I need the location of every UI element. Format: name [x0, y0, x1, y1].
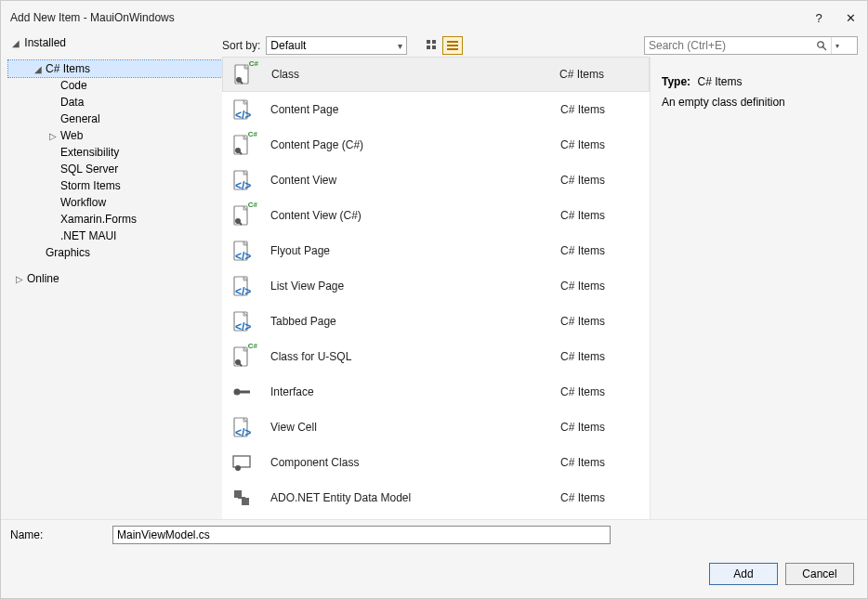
search-box[interactable]: ▾ [644, 36, 858, 55]
tree-item[interactable]: Workflow [8, 194, 222, 211]
template-name: Component Class [270, 456, 560, 469]
tree-item-label: Workflow [59, 196, 106, 209]
view-medium-icons-button[interactable] [422, 36, 442, 55]
csharp-badge-icon: C# [249, 59, 258, 68]
interface-icon [230, 380, 254, 404]
xaml-file-icon: </> [230, 239, 254, 263]
cancel-button[interactable]: Cancel [785, 563, 854, 585]
expander-icon[interactable]: ▷ [14, 274, 25, 284]
type-label: Type: [662, 75, 690, 88]
svg-text:</>: </> [235, 250, 251, 262]
svg-rect-34 [242, 498, 249, 505]
template-name: Tabbed Page [270, 315, 560, 328]
type-value: C# Items [697, 75, 742, 88]
template-category: C# Items [560, 280, 635, 293]
tree-root-installed[interactable]: Installed [24, 36, 66, 49]
tree-item[interactable]: Xamarin.Forms [8, 211, 222, 228]
template-name: Content Page (C#) [270, 138, 560, 151]
template-item[interactable]: </>Content PageC# Items [222, 92, 650, 127]
template-name: View Cell [270, 421, 560, 434]
svg-rect-33 [234, 490, 242, 498]
template-list: C#ClassC# Items</>Content PageC# ItemsC#… [222, 57, 650, 519]
add-button[interactable]: Add [709, 563, 778, 585]
template-name: Class for U-SQL [270, 350, 560, 363]
tree-item[interactable]: General [8, 111, 222, 127]
expander-icon[interactable]: ▷ [47, 131, 59, 141]
search-dropdown-icon[interactable]: ▾ [831, 37, 842, 54]
tree-item-label: .NET MAUI [59, 229, 116, 242]
template-category: C# Items [560, 491, 635, 504]
template-item[interactable]: Component ClassC# Items [222, 445, 650, 480]
template-name: Flyout Page [270, 244, 560, 257]
tree-item[interactable]: ▷Web [8, 127, 222, 144]
view-list-button[interactable] [442, 36, 463, 55]
type-description: An empty class definition [662, 96, 856, 109]
expander-icon[interactable]: ◢ [33, 64, 44, 74]
template-category: C# Items [560, 174, 635, 187]
tree-item-label: General [59, 112, 100, 125]
template-category: C# Items [560, 315, 635, 328]
template-category: C# Items [560, 456, 635, 469]
tree-item[interactable]: SQL Server [8, 161, 222, 177]
template-item[interactable]: C#Class for U-SQLC# Items [222, 339, 650, 374]
sortby-dropdown[interactable]: Default ▾ [266, 36, 407, 55]
name-label: Name: [10, 528, 112, 541]
tree-item[interactable]: .NET MAUI [8, 228, 222, 244]
template-category: C# Items [560, 209, 635, 222]
tree-item-label: Web [59, 129, 83, 142]
tree-item[interactable]: Code [8, 77, 222, 94]
tree-item-label: Code [59, 79, 87, 92]
tree-item[interactable]: Extensibility [8, 144, 222, 161]
search-input[interactable] [645, 37, 812, 54]
template-category: C# Items [560, 138, 635, 151]
edmx-icon [230, 486, 254, 510]
xaml-file-icon: </> [230, 168, 254, 192]
template-item[interactable]: C#Content View (C#)C# Items [222, 198, 650, 233]
template-item[interactable]: </>List View PageC# Items [222, 268, 650, 304]
search-icon[interactable] [812, 37, 831, 54]
svg-point-7 [818, 42, 823, 47]
svg-rect-31 [233, 456, 250, 467]
svg-text:</>: </> [235, 179, 251, 191]
svg-text:</>: </> [235, 320, 251, 332]
template-item[interactable]: InterfaceC# Items [222, 374, 650, 410]
svg-text:</>: </> [235, 426, 251, 438]
close-button[interactable]: ✕ [843, 10, 858, 25]
template-name: Class [271, 68, 559, 81]
window-title: Add New Item - MauiOnWindows [10, 11, 175, 24]
xaml-file-icon: </> [230, 98, 254, 122]
template-item[interactable]: ADO.NET Entity Data ModelC# Items [222, 480, 650, 515]
tree-item[interactable]: Storm Items [8, 177, 222, 194]
sortby-value: Default [270, 39, 306, 52]
tree-item-csharp-items[interactable]: ◢ C# Items [8, 60, 222, 77]
help-button[interactable]: ? [811, 10, 826, 25]
tree-item-label: Storm Items [59, 179, 121, 192]
svg-rect-0 [427, 40, 430, 44]
tree-item[interactable]: Data [8, 94, 222, 111]
template-item[interactable]: Application Configuration FileC# Items [222, 515, 650, 519]
cs-file-icon: C# [230, 203, 254, 228]
template-item[interactable]: C#ClassC# Items [222, 57, 650, 92]
info-pane: Type: C# Items An empty class definition [650, 57, 867, 519]
template-category: C# Items [559, 68, 634, 81]
template-item[interactable]: </>Flyout PageC# Items [222, 233, 650, 268]
template-item[interactable]: </>Tabbed PageC# Items [222, 304, 650, 339]
tree-item-graphics[interactable]: Graphics [8, 244, 222, 261]
svg-text:</>: </> [235, 109, 251, 121]
cs-file-icon: C# [230, 62, 255, 86]
title-bar: Add New Item - MauiOnWindows ? ✕ [1, 1, 867, 29]
template-name: Content View [270, 174, 560, 187]
template-item[interactable]: C#Content Page (C#)C# Items [222, 127, 650, 163]
template-item[interactable]: </>View CellC# Items [222, 410, 650, 445]
template-category: C# Items [560, 385, 635, 398]
xaml-file-icon: </> [230, 274, 254, 298]
expander-icon[interactable]: ◢ [10, 38, 21, 48]
template-item[interactable]: </>Content ViewC# Items [222, 163, 650, 198]
tree-root-online[interactable]: ▷ Online [8, 270, 222, 287]
name-input[interactable] [112, 526, 611, 544]
svg-rect-6 [447, 48, 458, 50]
csharp-badge-icon: C# [248, 130, 257, 138]
chevron-down-icon: ▾ [398, 41, 402, 51]
cs-file-icon: C# [230, 133, 254, 157]
sortby-label: Sort by: [222, 39, 260, 52]
